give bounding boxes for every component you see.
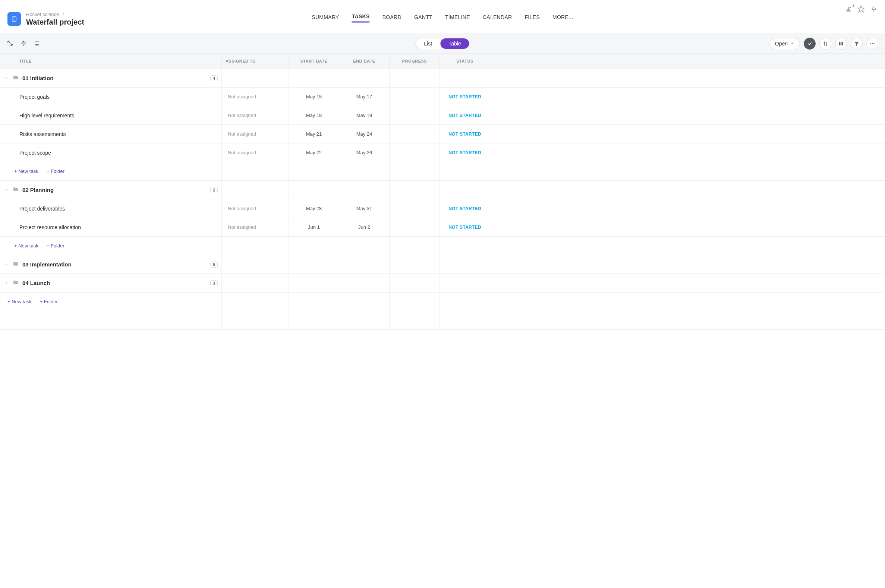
task-progress[interactable]	[389, 200, 440, 218]
folder-name: 03 Implementation	[23, 261, 72, 267]
svg-rect-6	[839, 42, 840, 45]
col-spacer	[490, 54, 502, 69]
view-table-tab[interactable]: Table	[440, 38, 469, 49]
star-icon[interactable]	[857, 5, 865, 14]
breadcrumb-parent[interactable]: Rocket science	[26, 12, 59, 17]
task-row[interactable]: High level requirements Not assigned May…	[0, 106, 885, 125]
sort-button[interactable]	[819, 38, 831, 50]
section-new-row: + New task + Folder	[0, 237, 885, 255]
col-status[interactable]: STATUS	[440, 54, 490, 69]
status-filter-dropdown[interactable]: Open	[769, 38, 800, 49]
new-task-link[interactable]: + New task	[14, 243, 38, 249]
toolbar: List Table Open	[0, 33, 885, 54]
task-status[interactable]: NOT STARTED	[448, 225, 481, 230]
task-start-date[interactable]: Jun 1	[308, 224, 320, 230]
task-row[interactable]: Project scope Not assigned May 22 May 26…	[0, 144, 885, 162]
status-filter-label: Open	[775, 40, 788, 46]
filter-button[interactable]	[851, 38, 862, 50]
task-row[interactable]: Project goals Not assigned May 15 May 17…	[0, 88, 885, 106]
nav-tasks[interactable]: TASKS	[352, 11, 370, 23]
chevron-down-icon[interactable]	[4, 76, 9, 81]
task-end-date[interactable]: May 17	[356, 94, 373, 99]
folder-icon	[13, 279, 19, 286]
task-status[interactable]: NOT STARTED	[448, 113, 481, 118]
chevron-down-icon[interactable]	[4, 188, 9, 192]
col-start[interactable]: START DATE	[289, 54, 339, 69]
svg-rect-7	[841, 42, 842, 45]
task-start-date[interactable]: May 28	[306, 206, 322, 211]
bottom-new-task-link[interactable]: + New task	[8, 299, 32, 304]
task-start-date[interactable]: May 22	[306, 150, 322, 155]
task-progress[interactable]	[389, 106, 440, 124]
folder-name: 01 Initiation	[23, 75, 53, 81]
chevron-right-icon[interactable]	[4, 262, 9, 267]
nav-timeline[interactable]: TIMELINE	[445, 12, 470, 22]
task-row[interactable]: Risks assemsments Not assigned May 21 Ma…	[0, 125, 885, 144]
folder-row[interactable]: 04 Launch 3	[0, 274, 885, 292]
nav-summary[interactable]: SUMMARY	[312, 12, 339, 22]
nav-gantt[interactable]: GANTT	[414, 12, 433, 22]
task-title: Risks assemsments	[20, 131, 66, 137]
task-assigned[interactable]: Not assigned	[228, 112, 256, 118]
nav-more[interactable]: MORE...	[553, 12, 573, 22]
task-status[interactable]: NOT STARTED	[448, 132, 481, 137]
folder-row[interactable]: 01 Initiation 4	[0, 69, 885, 88]
empty-row	[0, 311, 885, 330]
collapse-all-icon[interactable]	[20, 40, 27, 48]
task-assigned[interactable]: Not assigned	[228, 224, 256, 230]
more-button[interactable]	[866, 38, 878, 50]
col-title[interactable]: TITLE	[0, 54, 222, 69]
nav-board[interactable]: BOARD	[383, 12, 401, 22]
task-end-date[interactable]: May 31	[356, 206, 373, 211]
task-status[interactable]: NOT STARTED	[448, 150, 481, 155]
new-folder-link[interactable]: + Folder	[47, 243, 65, 249]
task-assigned[interactable]: Not assigned	[228, 131, 256, 137]
breadcrumb: Rocket science /	[26, 12, 84, 17]
task-title: Project deliverables	[20, 206, 65, 212]
new-task-link[interactable]: + New task	[14, 168, 38, 174]
task-start-date[interactable]: May 21	[306, 131, 322, 137]
share-icon[interactable]: 1	[845, 5, 852, 14]
col-end[interactable]: END DATE	[339, 54, 389, 69]
task-status[interactable]: NOT STARTED	[448, 206, 481, 211]
bottom-new-folder-link[interactable]: + Folder	[40, 299, 58, 304]
task-end-date[interactable]: May 19	[356, 112, 373, 118]
toolbar-right: Open	[769, 38, 878, 50]
title-block: Rocket science / Waterfall project	[26, 12, 84, 27]
expand-icon[interactable]	[7, 40, 14, 48]
pin-icon[interactable]	[870, 5, 877, 14]
task-progress[interactable]	[389, 125, 440, 143]
nav-files[interactable]: FILES	[525, 12, 540, 22]
tasks-check-button[interactable]	[804, 38, 816, 50]
task-start-date[interactable]: May 15	[306, 94, 322, 99]
nav-calendar[interactable]: CALENDAR	[483, 12, 512, 22]
task-end-date[interactable]: May 26	[356, 150, 373, 155]
chevron-right-icon[interactable]	[4, 281, 9, 285]
task-row[interactable]: Project deliverables Not assigned May 28…	[0, 200, 885, 218]
folder-count-badge: 4	[210, 75, 218, 81]
task-start-date[interactable]: May 18	[306, 112, 322, 118]
folder-row[interactable]: 02 Planning 2	[0, 181, 885, 200]
folder-row[interactable]: 03 Implementation 5	[0, 255, 885, 274]
task-progress[interactable]	[389, 218, 440, 236]
expand-all-icon[interactable]	[33, 40, 40, 48]
task-end-date[interactable]: Jun 2	[358, 224, 370, 230]
folder-name: 04 Launch	[23, 280, 50, 286]
task-status[interactable]: NOT STARTED	[448, 94, 481, 99]
task-progress[interactable]	[389, 144, 440, 162]
folder-count-badge: 3	[210, 280, 218, 286]
svg-point-9	[870, 43, 871, 44]
folder-icon	[13, 186, 19, 194]
col-assigned[interactable]: ASSIGNED TO	[222, 54, 289, 69]
columns-button[interactable]	[835, 38, 847, 50]
new-folder-link[interactable]: + Folder	[47, 168, 65, 174]
task-progress[interactable]	[389, 88, 440, 106]
task-assigned[interactable]: Not assigned	[228, 150, 256, 155]
task-assigned[interactable]: Not assigned	[228, 94, 256, 99]
col-progress[interactable]: PROGRESS	[389, 54, 440, 69]
view-list-tab[interactable]: List	[416, 38, 440, 49]
task-assigned[interactable]: Not assigned	[228, 206, 256, 211]
task-end-date[interactable]: May 24	[356, 131, 373, 137]
task-row[interactable]: Project resource allocation Not assigned…	[0, 218, 885, 237]
folder-count-badge: 2	[210, 187, 218, 193]
